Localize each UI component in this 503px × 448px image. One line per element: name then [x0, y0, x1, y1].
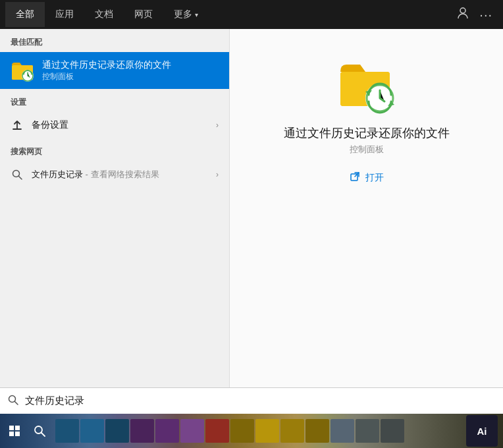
- svg-rect-18: [9, 426, 14, 430]
- tab-docs[interactable]: 文档: [84, 2, 124, 27]
- taskbar-app-10[interactable]: [280, 419, 304, 443]
- taskbar-app-7[interactable]: [205, 419, 229, 443]
- taskbar-app-4[interactable]: [130, 419, 154, 443]
- settings-label: 设置: [0, 89, 229, 112]
- taskbar-app-3[interactable]: [105, 419, 129, 443]
- taskbar: Ai: [0, 414, 503, 448]
- svg-rect-20: [9, 432, 14, 436]
- ai-button[interactable]: Ai: [466, 415, 498, 447]
- taskbar-app-14[interactable]: [381, 419, 404, 443]
- web-search-label: 搜索网页: [0, 138, 229, 161]
- web-search-loop-icon: [11, 168, 24, 181]
- web-search-keyword: 文件历史记录: [32, 169, 83, 179]
- open-link-icon: [350, 171, 360, 184]
- tab-web[interactable]: 网页: [124, 2, 163, 27]
- search-bar: [0, 387, 503, 414]
- taskbar-app-13[interactable]: [356, 419, 379, 443]
- taskbar-apps: [53, 419, 500, 443]
- user-icon[interactable]: [457, 7, 469, 22]
- main-content: 最佳匹配 通过文件历史记录还原你的文件: [0, 29, 503, 414]
- taskbar-app-12[interactable]: [331, 419, 354, 443]
- open-label: 打开: [365, 172, 384, 184]
- taskbar-app-11[interactable]: [305, 419, 329, 443]
- start-icon[interactable]: [3, 419, 26, 443]
- svg-rect-19: [15, 426, 20, 430]
- ai-label: Ai: [477, 426, 487, 437]
- backup-icon: [11, 119, 24, 132]
- svg-line-7: [19, 177, 22, 180]
- best-match-subtitle: 控制面板: [42, 71, 171, 82]
- svg-line-15: [355, 173, 359, 177]
- best-match-text-area: 通过文件历史记录还原你的文件 控制面板: [42, 59, 171, 82]
- nav-right-icons: ···: [457, 7, 498, 22]
- taskbar-app-9[interactable]: [255, 419, 279, 443]
- backup-settings-label: 备份设置: [32, 119, 208, 131]
- web-search-item[interactable]: 文件历史记录 - 查看网络搜索结果 ›: [0, 161, 229, 188]
- left-panel: 最佳匹配 通过文件历史记录还原你的文件: [0, 29, 229, 414]
- taskbar-app-5[interactable]: [155, 419, 179, 443]
- backup-settings-item[interactable]: 备份设置 ›: [0, 112, 229, 138]
- web-search-text: 文件历史记录 - 查看网络搜索结果: [32, 169, 208, 181]
- right-panel: 通过文件历史记录还原你的文件 控制面板 打开: [229, 29, 503, 414]
- more-options-icon[interactable]: ···: [479, 7, 492, 22]
- search-bar-icon: [8, 395, 18, 407]
- nav-tabs: 全部 应用 文档 网页 更多: [5, 2, 457, 27]
- best-match-folder-icon: [11, 59, 34, 82]
- taskbar-app-6[interactable]: [180, 419, 204, 443]
- tab-all[interactable]: 全部: [5, 2, 45, 27]
- taskbar-app-1[interactable]: [55, 419, 79, 443]
- best-match-title: 通过文件历史记录还原你的文件: [42, 59, 171, 71]
- backup-settings-arrow: ›: [216, 121, 219, 130]
- svg-line-23: [41, 433, 45, 437]
- taskbar-search-icon[interactable]: [28, 419, 51, 443]
- best-match-label: 最佳匹配: [0, 29, 229, 52]
- right-folder-icon: [337, 55, 396, 115]
- open-button[interactable]: 打开: [350, 171, 384, 184]
- taskbar-app-8[interactable]: [230, 419, 254, 443]
- search-input[interactable]: [25, 395, 495, 406]
- right-title: 通过文件历史记录还原你的文件: [284, 125, 450, 141]
- tab-apps[interactable]: 应用: [45, 2, 84, 27]
- web-search-suffix: - 查看网络搜索结果: [83, 169, 159, 179]
- tab-more[interactable]: 更多: [163, 2, 209, 27]
- right-subtitle: 控制面板: [350, 144, 384, 155]
- svg-rect-21: [15, 432, 20, 436]
- web-search-arrow: ›: [216, 170, 219, 179]
- taskbar-app-2[interactable]: [80, 419, 104, 443]
- svg-line-17: [15, 402, 18, 405]
- svg-point-0: [460, 8, 465, 13]
- best-match-item[interactable]: 通过文件历史记录还原你的文件 控制面板: [0, 52, 229, 89]
- top-nav: 全部 应用 文档 网页 更多 ···: [0, 0, 503, 29]
